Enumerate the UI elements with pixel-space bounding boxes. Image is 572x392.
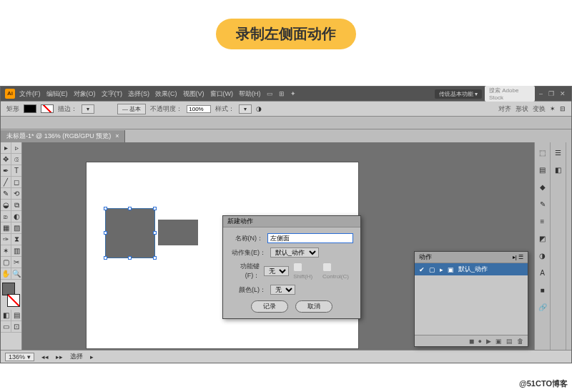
dock-gradient-icon[interactable]: ◩ xyxy=(537,232,548,244)
brush-profile[interactable]: — 基本 xyxy=(117,104,146,114)
menu-effect[interactable]: 效果(C) xyxy=(154,89,179,99)
dock-brushes-icon[interactable]: ◆ xyxy=(537,181,548,192)
window-close-icon[interactable]: ✕ xyxy=(558,90,567,97)
toggle-icon[interactable]: ✔ xyxy=(419,266,425,273)
gradient-mode-icon[interactable]: ▤ xyxy=(11,310,21,321)
trash-icon[interactable]: 🗑 xyxy=(517,338,523,345)
expand-icon[interactable]: ▸ xyxy=(440,266,443,273)
handle-icon[interactable] xyxy=(104,256,107,260)
tool-rectangle[interactable]: ◻ xyxy=(11,177,21,188)
tool-rotate[interactable]: ⟲ xyxy=(11,188,21,200)
color-select[interactable]: 无 xyxy=(270,285,295,295)
handle-icon[interactable] xyxy=(128,256,132,260)
tool-perspective[interactable]: ◐ xyxy=(11,211,21,222)
dialog-toggle-icon[interactable]: ▢ xyxy=(429,266,435,273)
handle-icon[interactable] xyxy=(128,207,132,210)
nav-prev-icon[interactable]: ◂◂ xyxy=(41,353,49,361)
tool-eyedropper[interactable]: ✑ xyxy=(1,234,11,245)
tool-artboard[interactable]: ▢ xyxy=(1,257,11,268)
tool-scale[interactable]: ◒ xyxy=(1,200,11,211)
tool-blend[interactable]: ⧗ xyxy=(11,234,21,245)
dock-graphic-styles-icon[interactable]: ■ xyxy=(537,284,548,295)
tool-slice[interactable]: ✂ xyxy=(11,257,21,268)
panel-menu-icon[interactable]: ▸| ☰ xyxy=(513,254,523,260)
dock-symbols-icon[interactable]: ✎ xyxy=(537,198,548,210)
menu-window[interactable]: 窗口(W) xyxy=(209,89,235,99)
nav-next-icon[interactable]: ▸▸ xyxy=(56,353,63,361)
menu-select[interactable]: 选择(S) xyxy=(127,89,151,99)
stock-search[interactable]: 搜索 Adobe Stock xyxy=(485,86,535,102)
tool-symbol[interactable]: ✶ xyxy=(1,245,11,257)
menu-edit[interactable]: 编辑(E) xyxy=(45,89,69,99)
link-shape[interactable]: 形状 xyxy=(516,104,528,114)
dock-color-icon[interactable]: ⬚ xyxy=(537,147,548,158)
dock-layers-icon[interactable]: ◧ xyxy=(553,164,564,175)
tool-type[interactable]: T xyxy=(11,165,21,177)
stroke-weight-select[interactable]: ▾ xyxy=(82,104,94,114)
new-action-icon[interactable]: ▤ xyxy=(506,338,513,345)
arrange-icon[interactable]: ⊞ xyxy=(277,90,286,97)
dock-appearance-icon[interactable]: A xyxy=(537,267,548,278)
tool-lasso[interactable]: ⟃ xyxy=(11,154,21,165)
recolor-icon[interactable]: ◑ xyxy=(256,105,262,112)
menu-help[interactable]: 帮助(H) xyxy=(237,89,262,99)
handle-icon[interactable] xyxy=(104,231,107,235)
shape-background-rect[interactable] xyxy=(158,220,198,245)
tool-shape-builder[interactable]: ⎄ xyxy=(1,211,11,222)
stroke-swatch[interactable] xyxy=(41,104,54,113)
isolate-icon[interactable]: ✶ xyxy=(550,105,556,112)
color-mode-icon[interactable]: ◧ xyxy=(1,310,11,321)
handle-icon[interactable] xyxy=(153,231,157,235)
menu-type[interactable]: 文字(T) xyxy=(100,89,124,99)
dock-stroke-icon[interactable]: ≡ xyxy=(537,215,548,227)
menu-file[interactable]: 文件(F) xyxy=(18,89,42,99)
window-minimize-icon[interactable]: – xyxy=(538,90,544,97)
action-set-select[interactable]: 默认_动作 xyxy=(270,248,319,258)
tool-mesh[interactable]: ▦ xyxy=(1,222,11,234)
tool-line[interactable]: ╱ xyxy=(1,177,11,188)
screen-mode-icon[interactable]: ▭ xyxy=(1,321,11,333)
tool-zoom[interactable]: 🔍 xyxy=(11,268,21,280)
menu-object[interactable]: 对象(O) xyxy=(72,89,97,99)
tool-selection[interactable]: ▸ xyxy=(1,142,11,154)
stop-icon[interactable]: ◼ xyxy=(469,338,474,345)
stroke-color-icon[interactable] xyxy=(7,294,20,307)
more-icon[interactable]: ⊟ xyxy=(560,105,566,112)
new-set-icon[interactable]: ▣ xyxy=(495,338,502,345)
tool-brush[interactable]: ✎ xyxy=(1,188,11,200)
style-select[interactable]: ▾ xyxy=(239,104,252,114)
selected-square[interactable] xyxy=(105,208,155,258)
dock-link-icon[interactable]: 🔗 xyxy=(537,301,548,313)
tool-direct-selection[interactable]: ▹ xyxy=(11,142,21,154)
handle-icon[interactable] xyxy=(104,207,107,210)
cancel-button[interactable]: 取消 xyxy=(295,300,332,313)
link-transform[interactable]: 变换 xyxy=(533,104,546,114)
window-restore-icon[interactable]: ❐ xyxy=(547,90,556,97)
play-icon[interactable]: ▶ xyxy=(486,338,491,345)
zoom-level[interactable]: 136%▾ xyxy=(5,353,34,361)
tool-magic-wand[interactable]: ✥ xyxy=(1,154,11,165)
fill-swatch[interactable] xyxy=(24,104,36,113)
menu-view[interactable]: 视图(V) xyxy=(182,89,206,99)
tool-hand[interactable]: ✋ xyxy=(1,268,11,280)
dock-transparency-icon[interactable]: ◑ xyxy=(537,250,548,261)
tool-graph[interactable]: ▥ xyxy=(11,245,21,257)
workspace-switcher[interactable]: 传统基本功能 ▾ xyxy=(435,89,482,99)
handle-icon[interactable] xyxy=(153,207,157,210)
action-name-input[interactable] xyxy=(267,233,353,243)
record-icon[interactable]: ● xyxy=(478,338,482,345)
tool-pen[interactable]: ✒ xyxy=(1,165,11,177)
opacity-input[interactable] xyxy=(187,105,211,113)
tool-gradient[interactable]: ▨ xyxy=(11,222,21,234)
bridge-icon[interactable]: ▭ xyxy=(265,90,275,97)
dock-properties-icon[interactable]: ☰ xyxy=(553,147,564,158)
gpu-icon[interactable]: ✦ xyxy=(289,90,297,97)
draw-mode-icon[interactable]: ⊡ xyxy=(11,321,21,333)
document-tab[interactable]: 未标题-1* @ 136% (RGB/GPU 预览) × xyxy=(1,130,125,142)
close-tab-icon[interactable]: × xyxy=(115,132,119,139)
fkey-select[interactable]: 无 xyxy=(264,266,289,276)
link-align[interactable]: 对齐 xyxy=(498,104,511,114)
record-button[interactable]: 记录 xyxy=(251,300,288,313)
action-set-entry[interactable]: ✔ ▢ ▸ ▣ 默认_动作 xyxy=(415,263,528,275)
fill-stroke-control[interactable] xyxy=(2,283,20,307)
